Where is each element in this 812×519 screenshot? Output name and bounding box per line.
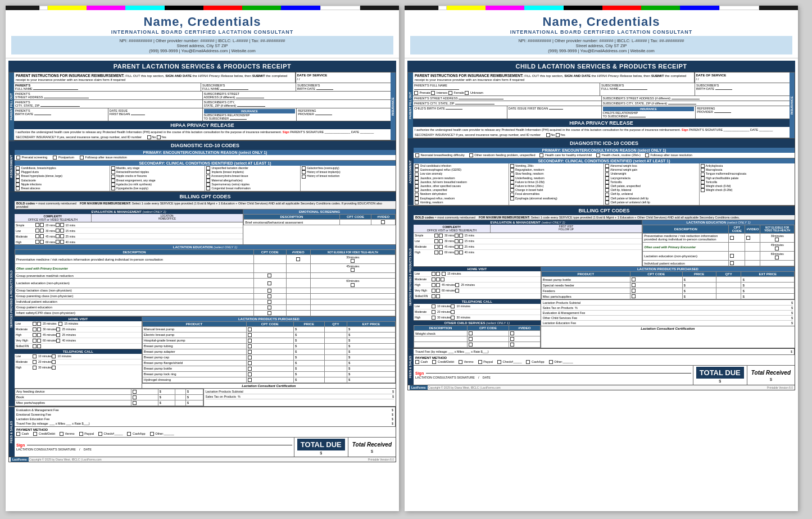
primary-codes-label: PRIMARY: ENCOUNTER/CONSULTATION REASON (…	[15, 150, 396, 155]
page2-header: Name, Credentials INTERNATIONAL BOARD CE…	[405, 10, 798, 58]
assessment-label-2: ASSESSMENT	[408, 139, 414, 206]
lact-edu-table: DESCRIPTIONCPT CODE#VIDEONOT ELIGIBLE FO…	[15, 249, 396, 316]
services-section-2: SERVICES PROVIDED & PRODUCTS SOLD BILLIN…	[407, 206, 795, 349]
diagnostic-header: DIAGNOSTIC ICD-10 CODES	[15, 141, 396, 150]
page2-title: CHILD LACTATION SERVICES & PRODUCTS RECE…	[407, 61, 795, 72]
total-received-label-2: Total Received	[750, 368, 792, 377]
page-1: Name, Credentials INTERNATIONAL BOARD CE…	[6, 6, 399, 511]
color-bar-2	[405, 6, 798, 10]
total-section-1: Sign LACTATION CONSULTANT'S SIGNATURE / …	[15, 438, 396, 457]
page1-title: PARENT LACTATION SERVICES & PRODUCTS REC…	[8, 61, 396, 72]
subscriber-birth-field: BIRTH DATE	[297, 87, 389, 90]
bottom-bar-2: LactForms Copyright © 2025 by Diana West…	[407, 385, 795, 390]
lact-edu-header: LACTATION EDUCATION (select ONLY 1)	[15, 245, 396, 249]
total-received-label-1: Total Received	[351, 440, 393, 449]
hipaa-header-2: HIPAA PRIVACY RELEASE	[413, 119, 790, 127]
fees-label-1: FEES & SALES	[9, 407, 15, 457]
header-contact-2: (999) 999-9999 | You@EmailAddress.com | …	[413, 48, 790, 53]
parent-instructions-label: PARENT INSTRUCTIONS FOR INSURANCE REIMBU…	[16, 74, 125, 78]
home-visit-rows: Low 20 minutes 15 minutes Moderate 30 mi…	[15, 321, 142, 349]
products-table-2: Any feeding device $$ Book $$	[15, 389, 203, 406]
fees-label-2: FEES & SALES	[408, 349, 414, 385]
secondary-codes-label: SECONDARY: CLINICAL CONDITIONS IDENTIFIE…	[15, 161, 396, 166]
diagnostic-header-2: DIAGNOSTIC ICD-10 CODES	[414, 139, 795, 148]
payment-method-label-2: PAYMENT METHOD	[415, 356, 793, 359]
page1-header: Name, Credentials INTERNATIONAL BOARD CE…	[6, 10, 399, 58]
header-name-1: Name, Credentials	[11, 15, 393, 29]
insurance-label-2: INSURANCE	[790, 72, 795, 138]
header-address-2: Street address, City ST ZIP	[413, 43, 790, 48]
page-2: Name, Credentials INTERNATIONAL BOARD CE…	[405, 6, 798, 511]
fees-section-1: FEES & SALES Evaluation & Management Fee…	[8, 407, 396, 457]
header-npi-1: NPI: ########## | Other provider number:…	[14, 38, 391, 43]
pages-container: Name, Credentials INTERNATIONAL BOARD CE…	[6, 6, 806, 511]
bottom-bar-1: LactForms Copyright © 2025 by Diana West…	[8, 457, 396, 462]
form-area-2: CHILD LACTATION SERVICES & PRODUCTS RECE…	[405, 58, 798, 393]
header-credential-2: INTERNATIONAL BOARD CERTIFIED LACTATION …	[410, 29, 792, 35]
lc-cert-1: Lactation Consultant Certification	[142, 383, 396, 388]
total-due-label-1: TOTAL DUE	[297, 439, 345, 450]
services-label: SERVICES PROVIDED & PRODUCTS SOLD	[9, 192, 15, 407]
billing-header-2: BILLING CPT CODES	[414, 206, 795, 215]
header-contact-1: (999) 999-9999 | You@EmailAddress.com | …	[14, 48, 391, 53]
billing-header: BILLING CPT CODES	[15, 192, 396, 201]
home-visit-header: HOME VISIT	[15, 317, 142, 321]
full-name-label: FULL NAME	[15, 87, 199, 90]
eval-header: EVALUATION & MANAGEMENT (select ONLY 1)	[15, 210, 243, 214]
date-of-service-label: DATE OF SERVICE	[297, 74, 390, 77]
header-npi-2: NPI: ########## | Other provider number:…	[413, 38, 790, 43]
billing-note: BOLD codes = most commonly reimbursed FO…	[15, 201, 396, 210]
color-bar-1	[6, 6, 399, 10]
emotional-header: EMOTIONAL SCREENING	[243, 210, 396, 214]
primary-conditions: Prenatal screening Postpartum Followup a…	[15, 155, 396, 161]
visit-rows: Simple 20 mins 10 mins Low 30 mins	[15, 222, 243, 244]
payment-method-label-1: PAYMENT METHOD	[16, 428, 394, 431]
payment-options-1: Cash Credit/Debit Venmo Paypal Check#___…	[16, 432, 394, 436]
secondary-codes-label-2: SECONDARY: CLINICAL CONDITIONS IDENTIFIE…	[414, 158, 795, 163]
emotional-table: DESCRIPTIONCPT CODE#VIDEO Brief emotiona…	[243, 214, 396, 225]
subtotal-section-1: Lactation Products Subtotal$ Sales Tax o…	[204, 389, 396, 406]
assessment-section: ASSESSMENT DIAGNOSTIC ICD-10 CODES PRIMA…	[8, 141, 396, 192]
subscriber-name-field: FULL NAME	[202, 87, 294, 90]
lc-cert-2: Lactation Consultant Certification	[541, 326, 795, 331]
assessment-section-2: ASSESSMENT DIAGNOSTIC ICD-10 CODES PRIMA…	[407, 139, 795, 206]
secondary-conditions: Candidiasis, breasts/nipples Plugged duc…	[15, 166, 396, 192]
parent-fill-out-label: PARENT FILL OUT	[9, 72, 14, 140]
header-name-2: Name, Credentials	[410, 15, 792, 29]
assessment-label: ASSESSMENT	[9, 141, 15, 192]
hipaa-text: I authorize the undersigned health care …	[14, 129, 391, 135]
fees-section-2: FEES & SALES Travel Fee (by mileage: ___…	[407, 349, 795, 385]
phone-rows: Low 10 minutes 10 minutes Moderate 20 mi…	[15, 354, 142, 370]
header-credential-1: INTERNATIONAL BOARD CERTIFIED LACTATION …	[11, 29, 393, 35]
parent-fill-out-label-2: PARENT FILL OUT	[408, 72, 413, 138]
products-header-1: LACTATION PRODUCTS PURCHASED	[142, 317, 396, 321]
services-section: SERVICES PROVIDED & PRODUCTS SOLD BILLIN…	[8, 192, 396, 407]
payment-options-2: Cash Credit/Debit Venmo Paypal Check#___…	[415, 360, 793, 364]
form-area-1: PARENT LACTATION SERVICES & PRODUCTS REC…	[6, 58, 399, 465]
services-label-2: SERVICES PROVIDED & PRODUCTS SOLD	[408, 206, 414, 349]
header-address-1: Street address, City ST ZIP	[14, 43, 391, 48]
secondary-insurance-text: SECONDARY INSURANCE? If yes, second insu…	[14, 135, 391, 140]
total-section-2: Sign LACTATION CONSULTANT'S SIGNATURE / …	[414, 366, 795, 385]
phone-header: TELEPHONE CALL	[15, 349, 142, 354]
hipaa-header: HIPAA PRIVACY RELEASE	[14, 121, 391, 129]
insurance-label-1: INSURANCE	[391, 72, 396, 140]
primary-codes-label-2: PRIMARY: ENCOUNTER/CONSULTATION REASON (…	[414, 148, 795, 153]
total-due-label-2: TOTAL DUE	[696, 367, 744, 379]
products-table-1: PRODUCTCPT CODEPRICEQTYEXT PRICE Manual …	[142, 321, 396, 383]
